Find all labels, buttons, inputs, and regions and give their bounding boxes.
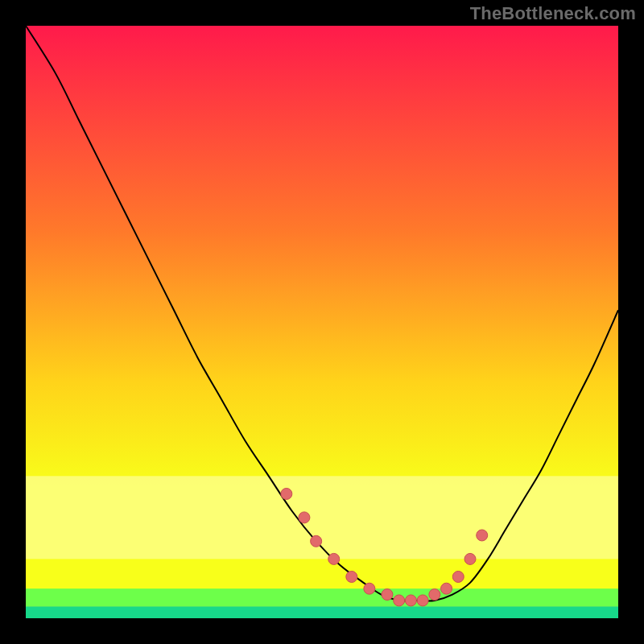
curve-marker	[464, 553, 476, 564]
green-band-upper	[26, 588, 618, 606]
curve-marker	[405, 595, 416, 606]
green-band-lower	[26, 606, 618, 618]
curve-marker	[441, 583, 452, 594]
chart-container: TheBottleneck.com	[0, 0, 644, 644]
curve-marker	[299, 512, 310, 523]
curve-marker	[417, 595, 428, 606]
bottleneck-chart	[26, 26, 618, 618]
curve-marker	[452, 571, 464, 582]
curve-marker	[429, 589, 440, 601]
curve-marker	[364, 583, 375, 594]
curve-marker	[382, 589, 393, 601]
curve-marker	[477, 530, 488, 541]
curve-marker	[394, 595, 405, 606]
curve-marker	[328, 553, 340, 564]
curve-marker	[311, 535, 322, 547]
curve-marker	[346, 571, 357, 582]
curve-marker	[281, 488, 292, 499]
plot-area	[26, 26, 618, 618]
watermark-text: TheBottleneck.com	[470, 3, 636, 24]
